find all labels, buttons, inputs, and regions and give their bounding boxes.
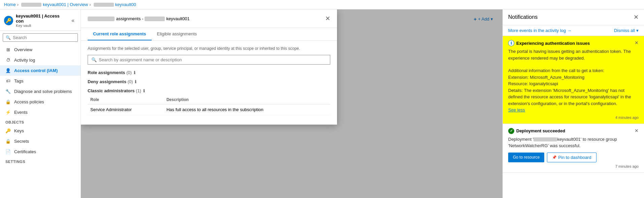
secrets-icon: 🔒	[5, 139, 11, 144]
sidebar-item-events[interactable]: ⚡ Events	[0, 107, 81, 118]
assignments-modal: assignments - keyvault001 ✕ Current role…	[81, 9, 337, 125]
modal-title-blurred-2	[145, 16, 165, 21]
tab-eligible-assignments[interactable]: Eligible assignments	[152, 28, 203, 40]
sidebar-item-tags[interactable]: 🏷 Tags	[0, 76, 81, 86]
dismiss-all-button[interactable]: Dismiss all ▾	[614, 28, 639, 33]
breadcrumb-keyvault2[interactable]: keyvault00	[115, 2, 136, 7]
notif-auth-title: ℹ Experiencing authentication issues	[508, 40, 590, 46]
deployment-name-blurred	[533, 137, 557, 141]
modal-search-input[interactable]	[99, 57, 327, 62]
sidebar-item-access-control[interactable]: 👤 Access control (IAM)	[0, 65, 81, 76]
modal-header: assignments - keyvault001 ✕	[81, 9, 337, 28]
modal-title-assignments: assignments -	[116, 16, 145, 21]
notif-auth-body-line-1: The portal is having issues getting an a…	[508, 48, 639, 61]
success-icon: ✓	[508, 128, 514, 134]
modal-search-container[interactable]: 🔍	[88, 55, 330, 65]
notif-deploy-body-text: Deployment 'keyvault001' to resource gro…	[508, 136, 639, 149]
notif-deploy-body: Deployment 'keyvault001' to resource gro…	[508, 136, 639, 149]
breadcrumb-keyvault-overview[interactable]: keyvault001 | Overview	[43, 2, 88, 7]
settings-section-header: Settings	[0, 157, 81, 165]
classic-admin-info-icon[interactable]: ℹ	[143, 89, 145, 93]
notif-auth-header: ℹ Experiencing authentication issues ✕	[508, 40, 639, 46]
sidebar-item-label-certificates: Certificates	[14, 149, 36, 154]
role-assignments-info-icon[interactable]: ℹ	[134, 70, 135, 75]
notif-deploy-close-button[interactable]: ✕	[635, 128, 639, 133]
deny-assignments-info-icon[interactable]: ℹ	[135, 79, 136, 84]
role-assignments-title: Role assignments (0) ℹ	[88, 70, 330, 75]
deny-assignments-title: Deny assignments (0) ℹ	[88, 79, 330, 84]
sidebar-item-overview[interactable]: ⊞ Overview	[0, 44, 81, 55]
dismiss-all-label: Dismiss all	[614, 28, 635, 33]
notif-auth-time: 4 minutes ago	[508, 116, 639, 120]
sidebar-item-certificates[interactable]: 📄 Certificates	[0, 146, 81, 157]
sidebar-item-label-secrets: Secrets	[14, 139, 29, 144]
diagnose-icon: 🔧	[5, 89, 11, 94]
notif-auth-body: The portal is having issues getting an a…	[508, 48, 639, 113]
pin-to-dashboard-label: Pin to dashboard	[558, 155, 591, 160]
overview-icon: ⊞	[5, 47, 11, 52]
notif-auth-body-line-5: Details: The extension 'Microsoft_Azure_…	[508, 87, 639, 107]
sidebar-subtitle: Key vault	[16, 24, 67, 28]
sidebar-item-activity-log[interactable]: ⏱ Activity log	[0, 55, 81, 65]
sidebar-item-label-keys: Keys	[14, 128, 24, 133]
search-input[interactable]	[13, 35, 75, 40]
notif-auth-close-button[interactable]: ✕	[635, 40, 639, 45]
classic-administrators-title: Classic administrators (1) ℹ	[88, 88, 330, 93]
notifications-close-button[interactable]: ✕	[634, 13, 639, 21]
tab-current-role-assignments[interactable]: Current role assignments	[88, 28, 152, 40]
classic-admin-table: Role Description Service Administrator H…	[88, 95, 330, 115]
deny-assignments-section: Deny assignments (0) ℹ	[88, 79, 330, 84]
modal-title: assignments - keyvault001	[88, 15, 190, 22]
content-area: Access control (IAM) + + Add ▾ Check acc…	[81, 9, 502, 198]
events-icon: ⚡	[5, 110, 11, 115]
notif-deploy-actions: Go to resource 📌 Pin to dashboard	[508, 153, 639, 162]
modal-overlay: assignments - keyvault001 ✕ Current role…	[81, 9, 502, 198]
modal-body: Assignments for the selected user, group…	[81, 41, 337, 125]
notification-auth-issue: ℹ Experiencing authentication issues ✕ T…	[503, 36, 644, 124]
role-value: Service Administrator	[88, 104, 164, 115]
sidebar-item-label-access-policies: Access policies	[14, 99, 44, 104]
avatar: 🔑	[4, 16, 13, 25]
notif-auth-body-line-3: Extension: Microsoft_Azure_Monitoring	[508, 74, 639, 81]
role-assignments-section: Role assignments (0) ℹ	[88, 70, 330, 75]
description-value: Has full access to all resources in the …	[164, 104, 330, 115]
sidebar-item-label-overview: Overview	[14, 47, 32, 52]
column-role: Role	[88, 95, 164, 104]
breadcrumb-blurred-2	[94, 3, 114, 7]
notifications-title: Notifications	[508, 14, 538, 20]
notif-auth-body-line-2: Additional information from the call to …	[508, 67, 639, 74]
certificates-icon: 📄	[5, 149, 11, 154]
sidebar-item-label-tags: Tags	[14, 78, 23, 84]
modal-close-button[interactable]: ✕	[325, 15, 330, 22]
notif-auth-body-line-4: Resource: loganalyticsapi	[508, 80, 639, 87]
breadcrumb-blurred-1	[21, 3, 41, 7]
go-to-resource-button[interactable]: Go to resource	[508, 153, 544, 162]
sidebar-search-container[interactable]: 🔍	[3, 33, 78, 42]
sidebar-item-label-access-control: Access control (IAM)	[14, 68, 58, 73]
sidebar-item-secrets[interactable]: 🔒 Secrets	[0, 136, 81, 146]
sidebar: 🔑 keyvault001 | Access con Key vault « 🔍…	[0, 9, 81, 198]
warning-icon: ℹ	[508, 40, 514, 46]
notification-deployment-success: ✓ Deployment succeeded ✕ Deployment 'key…	[503, 124, 644, 173]
notif-deploy-time: 7 minutes ago	[508, 164, 639, 168]
sidebar-item-diagnose[interactable]: 🔧 Diagnose and solve problems	[0, 86, 81, 97]
access-control-icon: 👤	[5, 68, 11, 73]
notifications-panel: Notifications ✕ More events in the activ…	[502, 9, 644, 198]
sidebar-item-keys[interactable]: 🔑 Keys	[0, 126, 81, 136]
breadcrumb-home[interactable]: Home	[4, 2, 16, 7]
sidebar-item-label-activity-log: Activity log	[14, 58, 35, 63]
sidebar-item-label-diagnose: Diagnose and solve problems	[14, 89, 72, 94]
column-description: Description	[164, 95, 330, 104]
modal-search-icon: 🔍	[91, 57, 97, 62]
access-policies-icon: 🔒	[5, 99, 11, 104]
activity-log-link[interactable]: More events in the activity log →	[508, 28, 572, 33]
modal-title-blurred	[88, 16, 115, 21]
keys-icon: 🔑	[5, 128, 11, 133]
sidebar-item-access-policies[interactable]: 🔒 Access policies	[0, 97, 81, 107]
notif-deploy-title: ✓ Deployment succeeded	[508, 128, 565, 134]
table-row: Service Administrator Has full access to…	[88, 104, 330, 115]
sidebar-title: keyvault001 | Access con	[16, 13, 67, 24]
pin-to-dashboard-button[interactable]: 📌 Pin to dashboard	[547, 153, 596, 162]
see-less-link[interactable]: See less	[508, 107, 525, 112]
collapse-button[interactable]: «	[69, 17, 76, 24]
